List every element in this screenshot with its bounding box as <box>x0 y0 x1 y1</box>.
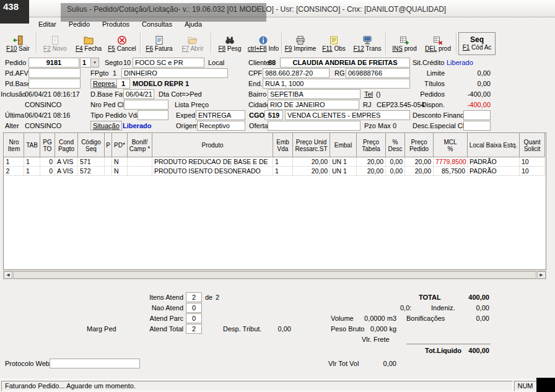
col-header-embal[interactable]: Embal <box>330 134 357 157</box>
seq-panel[interactable]: Seq F1 Cód Ac <box>458 32 496 55</box>
total-label: TOTAL <box>419 294 441 302</box>
col-header-preco-tabela[interactable]: Preço Tabela <box>357 134 386 157</box>
titulos-label: Títulos <box>403 80 445 88</box>
col-header-emb-vda[interactable]: Emb Vda <box>273 134 293 157</box>
limite-label: Limite <box>403 69 445 77</box>
toolbar-button-sair[interactable]: F10 Sair <box>1 32 35 55</box>
toolbar-button-info[interactable]: ctrl+F8 Info <box>247 32 280 55</box>
toolbar-separator <box>281 33 282 54</box>
desc-especial-field[interactable] <box>463 121 491 131</box>
bairro-label: Bairro <box>248 90 266 98</box>
toolbar-button-abrir[interactable]: F7 Abrir <box>176 32 209 55</box>
pd-afv-field[interactable] <box>28 68 81 78</box>
toolbar-button-fatura[interactable]: F6 Fatura <box>142 32 176 55</box>
toolbar-separator <box>211 33 212 54</box>
toolbar-button-novo[interactable]: F2 Novo <box>38 32 72 55</box>
col-header-mcl[interactable]: MCL % <box>434 134 468 157</box>
endereco-field[interactable]: RUA 1, 1000 <box>263 79 410 89</box>
col-header-preco-pedido[interactable]: Preço Pedido <box>405 134 434 157</box>
grid-row-2[interactable]: 2 1 0 A VIS 572 N PRODUTO ISENTO DESONER… <box>4 167 545 176</box>
inclusao-label: Inclusão <box>1 90 26 98</box>
col-header-codigo-seq[interactable]: Código Seq <box>78 134 105 157</box>
col-header-local-baixa[interactable]: Local Baixa Estq. <box>468 134 520 157</box>
itens-atend-label: Itens Atend <box>138 294 183 302</box>
toolbar-button-pesg[interactable]: F8 Pesg <box>213 32 247 55</box>
cpf-field[interactable]: 988.660.287-20 <box>263 68 330 78</box>
cgo-desc-field[interactable]: VENDA CLIENTES - EMPRES <box>285 110 410 120</box>
col-header-pg-to[interactable]: PG TO <box>40 134 55 157</box>
uf-value: RJ <box>363 101 371 109</box>
desconto-financ-field[interactable] <box>463 110 491 120</box>
col-header-preco-unid[interactable]: Preço Unid Ressarc.ST <box>293 134 330 157</box>
tel-link[interactable]: Tel <box>364 90 373 98</box>
cgo-field[interactable]: 519 <box>264 110 283 120</box>
exped-field[interactable]: ENTREGA <box>196 110 245 120</box>
toolbar-label-del-prod: DEL prod <box>425 46 451 52</box>
pd-afv-label: Pd.AFV <box>5 69 28 77</box>
scroll-right-button[interactable]: ▶ <box>537 271 546 279</box>
col-header-produto[interactable]: Produto <box>152 134 273 157</box>
toolbar-button-imprime[interactable]: F9 Imprime <box>284 32 317 55</box>
grid-row-1[interactable]: 1 1 0 A VIS 571 N PRODUTO REDUCAO DE BAS… <box>4 157 545 167</box>
nro-ped-cli-field[interactable] <box>124 100 168 110</box>
toolbar-button-trans[interactable]: F12 Trans <box>351 32 384 55</box>
pd-base-field[interactable] <box>28 79 81 89</box>
dbase-fat-field[interactable]: 06/04/21 <box>123 89 154 99</box>
protocolo-web-field[interactable] <box>50 359 140 368</box>
totals-divider <box>406 344 491 344</box>
bairro-field[interactable]: SEPETIBA <box>268 89 361 99</box>
scroll-left-button[interactable]: ◀ <box>4 271 12 279</box>
mcl-cell-row-2: 85,7500 <box>434 167 468 176</box>
tipo-pedido-field[interactable] <box>138 110 168 120</box>
segto-value: 10 <box>123 59 131 67</box>
cliente-nome-field[interactable]: CLAUDIA ANDREIA DE FREITAS <box>280 58 410 68</box>
pedidos-label: Pedidos <box>403 90 445 98</box>
menu-editar[interactable]: Editar <box>32 19 63 30</box>
indeniz-prefix: 0,0: <box>400 304 411 312</box>
situacao-value: Liberado <box>123 122 151 130</box>
origem-field[interactable]: Receptivo <box>197 121 245 131</box>
nao-atend-label: Nao Atend <box>138 304 183 312</box>
items-grid[interactable]: Nro Item TAB PG TO Cond Pagto Código Seq… <box>3 133 546 270</box>
limite-value: 0,00 <box>447 69 491 77</box>
toolbar-button-ins-prod[interactable]: INS prod <box>388 32 421 55</box>
col-header-desc[interactable]: % Desc <box>386 134 405 157</box>
marg-ped-label: Marg Ped <box>87 325 116 333</box>
toolbar-button-obs[interactable]: F11 Obs <box>317 32 351 55</box>
rg-field[interactable]: 069888766 <box>346 68 410 78</box>
repres-link[interactable]: Repres. <box>90 79 120 89</box>
fpgto-desc-field[interactable]: DINHEIRO <box>121 68 228 78</box>
cidade-label: Cidade <box>248 101 270 109</box>
col-header-bonif-camp[interactable]: Bonif/ Camp * <box>128 134 152 157</box>
sit-credito-label: Sit.Crédito <box>413 59 444 67</box>
pzo-max-value: 0 <box>393 122 396 130</box>
ultima-label: Última <box>5 111 24 120</box>
tot-liquido-value: 400,00 <box>452 347 489 355</box>
toolbar-button-fecha[interactable]: F4 Fecha <box>72 32 105 55</box>
situacao-link[interactable]: Situação <box>90 121 122 131</box>
toolbar-button-del-prod[interactable]: DEL prod <box>421 32 455 55</box>
grid-horizontal-scrollbar[interactable]: ◀ ▶ <box>3 271 546 279</box>
col-header-pd[interactable]: PD* <box>112 134 128 157</box>
oferta-field[interactable] <box>268 121 361 131</box>
toolbar-button-cancel[interactable]: F5 Cancel <box>105 32 139 55</box>
toolbar-label-abrir: F7 Abrir <box>181 46 203 52</box>
scroll-thumb[interactable] <box>13 271 536 279</box>
pedido-field[interactable]: 9181 <box>28 58 79 68</box>
window-title: Sulius - Pedido/Cotação/Licitação- v.: 1… <box>67 5 446 14</box>
repres-field[interactable]: 1 <box>116 79 130 89</box>
col-header-p[interactable]: P <box>105 134 112 157</box>
cidade-field[interactable]: RIO DE JANEIRO <box>268 100 359 110</box>
chevron-down-icon[interactable]: ▼ <box>90 58 98 67</box>
toolbar-label-imprime: F9 Imprime <box>285 46 317 52</box>
pzo-max-label: Pzo Max <box>364 122 391 130</box>
col-header-tab[interactable]: TAB <box>24 134 40 157</box>
pedido-seq-combo[interactable]: 1 ▼ <box>80 58 99 68</box>
segto-desc-field[interactable]: FOCO SC e PR <box>133 58 204 68</box>
col-header-nro-item[interactable]: Nro Item <box>4 134 24 157</box>
cliente-label: Cliente <box>248 59 269 67</box>
col-header-quant-solicit[interactable]: Quant Solicit <box>520 134 545 157</box>
col-header-cond-pagto[interactable]: Cond Pagto <box>55 134 78 157</box>
overlay-badge: 438 <box>0 0 29 24</box>
notes-icon <box>328 35 339 45</box>
